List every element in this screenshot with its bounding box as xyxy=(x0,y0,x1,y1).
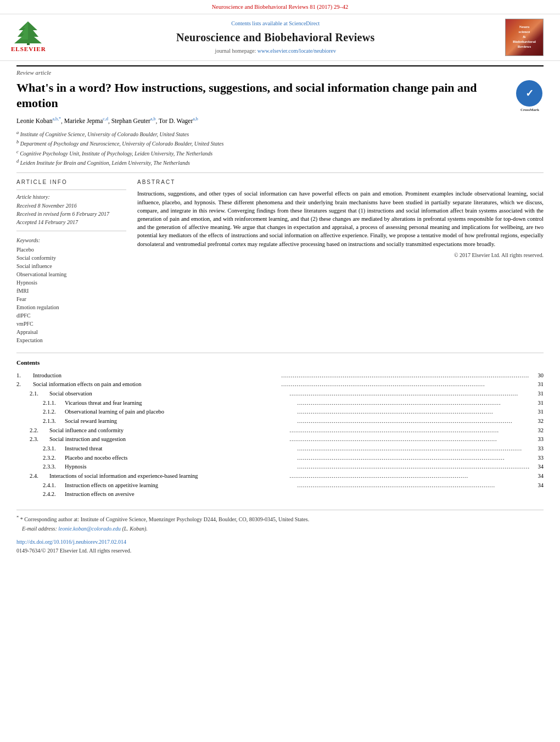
keyword-placebo: Placebo xyxy=(16,246,126,254)
keyword-social-influence: Social influence xyxy=(16,263,126,270)
toc-entry-2-3-3: 2.3.3. Hypnosis ........................… xyxy=(16,463,544,471)
abstract-text: Instructions, suggestions, and other typ… xyxy=(137,189,544,248)
journal-name: Neuroscience and Biobehavioral Reviews xyxy=(52,30,500,45)
copyright-line: © 2017 Elsevier Ltd. All rights reserved… xyxy=(137,252,544,259)
authors-line: Leonie Kobana,b,*, Marieke Jepmac,d, Ste… xyxy=(16,116,544,125)
received-date: Received 8 November 2016 xyxy=(16,202,126,210)
journal-homepage-link[interactable]: www.elsevier.com/locate/neubiorev xyxy=(257,48,336,54)
accepted-date: Accepted 14 February 2017 xyxy=(16,219,126,226)
history-label: Article history: xyxy=(16,193,126,201)
toc-entry-2-1-1: 2.1.1. Vicarious threat and fear learnin… xyxy=(16,399,544,407)
keyword-dlpfc: dlPFC xyxy=(16,312,126,320)
footer-section: * * Corresponding author at: Institute o… xyxy=(16,510,544,555)
page: Neuroscience and Biobehavioral Reviews 8… xyxy=(0,0,560,742)
toc-entry-2: 2. Social information effects on pain an… xyxy=(16,381,544,388)
email-link[interactable]: leonie.koban@colorado.edu xyxy=(58,526,121,532)
keyword-emotion-regulation: Emotion regulation xyxy=(16,304,126,311)
toc-entry-2-1-3: 2.1.3. Social reward learning ..........… xyxy=(16,417,544,425)
journal-citation-bar: Neuroscience and Biobehavioral Reviews 8… xyxy=(0,0,560,14)
crossmark-badge: ✓ CrossMark xyxy=(516,80,544,108)
affiliations: a Institute of Cognitive Science, Univer… xyxy=(16,130,544,167)
keyword-fear: Fear xyxy=(16,295,126,303)
toc-entry-2-4-1: 2.4.1. Instruction effects on appetitive… xyxy=(16,482,544,489)
abstract-column: ABSTRACT Instructions, suggestions, and … xyxy=(137,178,544,345)
toc-entry-2-1-2: 2.1.2. Observational learning of pain an… xyxy=(16,408,544,416)
article-title-area: What's in a word? How instructions, sugg… xyxy=(16,80,544,110)
journal-homepage-line: journal homepage: www.elsevier.com/locat… xyxy=(52,47,500,55)
keywords-section: Keywords: Placebo Social conformity Soci… xyxy=(16,237,126,344)
revised-date: Received in revised form 6 February 2017 xyxy=(16,210,126,218)
journal-citation: Neuroscience and Biobehavioral Reviews 8… xyxy=(212,4,348,10)
elsevier-logo: ELSEVIER xyxy=(11,20,46,53)
toc-entry-2-3-2: 2.3.2. Placebo and nocebo effects ......… xyxy=(16,454,544,462)
article-type-label: Review article xyxy=(16,65,544,77)
svg-marker-2 xyxy=(19,21,28,40)
abstract-label: ABSTRACT xyxy=(137,178,544,186)
article-info-column: ARTICLE INFO Article history: Received 8… xyxy=(16,178,126,345)
toc-entry-2-2: 2.2. Social influence and conformity ...… xyxy=(16,427,544,434)
article-info-label: ARTICLE INFO xyxy=(16,178,126,186)
elsevier-tree-icon xyxy=(13,20,43,45)
main-content: Review article What's in a word? How ins… xyxy=(0,61,560,559)
toc-entry-2-4-2: 2.4.2. Instruction effects on aversive xyxy=(16,490,544,498)
journal-logo: Neuro science & Biobehavioral Reviews xyxy=(505,19,544,56)
journal-title-area: Contents lists available at ScienceDirec… xyxy=(52,20,500,55)
keyword-appraisal: Appraisal xyxy=(16,328,126,336)
sciencedirect-link[interactable]: ScienceDirect xyxy=(289,20,320,26)
contents-section: Contents 1. Introduction ...............… xyxy=(16,353,544,498)
divider-1 xyxy=(16,172,544,173)
corresponding-author-note: * * Corresponding author at: Institute o… xyxy=(16,515,544,523)
toc-entry-2-3-1: 2.3.1. Instructed threat ...............… xyxy=(16,445,544,453)
keyword-hypnosis: Hypnosis xyxy=(16,279,126,287)
contents-title: Contents xyxy=(16,359,544,367)
keyword-fmri: fMRI xyxy=(16,287,126,295)
sciencedirect-line: Contents lists available at ScienceDirec… xyxy=(52,20,500,27)
issn-line: 0149-7634/© 2017 Elsevier Ltd. All right… xyxy=(16,547,544,555)
keyword-vmpfc: vmPFC xyxy=(16,320,126,328)
toc-entry-1: 1. Introduction ........................… xyxy=(16,372,544,380)
keyword-expectation: Expectation xyxy=(16,337,126,344)
toc-entry-2-3: 2.3. Social instruction and suggestion .… xyxy=(16,436,544,443)
keyword-observational-learning: Observational learning xyxy=(16,271,126,278)
email-line: E-mail address: leonie.koban@colorado.ed… xyxy=(16,525,544,533)
article-title: What's in a word? How instructions, sugg… xyxy=(16,81,477,110)
doi-line[interactable]: http://dx.doi.org/10.1016/j.neubiorev.20… xyxy=(16,538,544,546)
toc-entry-2-1: 2.1. Social observation ................… xyxy=(16,390,544,398)
keywords-label: Keywords: xyxy=(16,237,126,244)
journal-header: ELSEVIER Contents lists available at Sci… xyxy=(0,14,560,61)
keyword-social-conformity: Social conformity xyxy=(16,254,126,262)
elsevier-label: ELSEVIER xyxy=(11,45,46,53)
article-info-abstract: ARTICLE INFO Article history: Received 8… xyxy=(16,178,544,345)
toc-entry-2-4: 2.4. Interactions of social information … xyxy=(16,472,544,480)
